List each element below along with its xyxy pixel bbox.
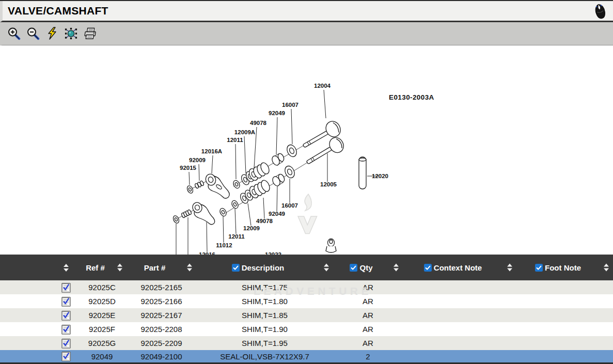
- part-label-49078[interactable]: 49078: [250, 120, 267, 126]
- cell-ref: 92025F: [77, 322, 127, 336]
- column-label: Part #: [144, 263, 166, 272]
- cell-part: 92025-2209: [127, 336, 196, 350]
- sort-arrows-icon[interactable]: [183, 264, 196, 272]
- cell-spacer: [0, 280, 54, 294]
- part-label-12016A[interactable]: 12016A: [201, 148, 222, 154]
- sort-arrows-icon[interactable]: [503, 264, 516, 272]
- zoom-out-button[interactable]: [26, 27, 40, 41]
- cell-spacer: [0, 308, 54, 322]
- column-label: Foot Note: [545, 263, 581, 272]
- part-note-button[interactable]: [61, 351, 71, 362]
- cell-qty: AR: [333, 322, 403, 336]
- column-header-qty[interactable]: Qty: [333, 255, 403, 280]
- cell-part: 92025-2167: [127, 308, 196, 322]
- cell-ref: 92025D: [77, 294, 127, 308]
- watermark-logo-icon: [298, 194, 317, 234]
- check-icon: [536, 264, 542, 271]
- mouse-button[interactable]: [592, 2, 608, 20]
- column-label: Qty: [359, 263, 372, 272]
- table-header: Ref # Part # Description: [0, 255, 613, 280]
- part-labels[interactable]: 1200416007920494907812009A1201112016A920…: [180, 83, 388, 255]
- image-select-icon: [64, 27, 78, 40]
- sort-asc-icon: [507, 264, 512, 267]
- part-label-16007[interactable]: 16007: [282, 102, 298, 108]
- table-row[interactable]: 92025G 92025-2209 SHIM,T=1.95 AR: [0, 336, 613, 350]
- column-header-foot-note[interactable]: Foot Note: [516, 255, 613, 280]
- part-note-button[interactable]: [61, 338, 71, 349]
- part-label-92009[interactable]: 92009: [189, 157, 206, 163]
- zoom-out-icon: [26, 27, 40, 40]
- cell-foot-note: [516, 336, 613, 350]
- cell-foot-note: [516, 280, 613, 294]
- sort-arrows-icon[interactable]: [600, 264, 613, 272]
- part-label-12005[interactable]: 12005: [320, 181, 337, 187]
- part-note-button[interactable]: [61, 310, 71, 321]
- sort-asc-icon: [117, 264, 122, 267]
- image-select-button[interactable]: [64, 27, 78, 41]
- column-header-description[interactable]: Description: [196, 255, 333, 280]
- sort-arrows-icon[interactable]: [389, 264, 403, 272]
- column-checkbox[interactable]: [535, 264, 543, 272]
- column-label: Description: [242, 263, 285, 272]
- print-button[interactable]: [83, 27, 97, 41]
- zoom-in-button[interactable]: [7, 27, 21, 41]
- part-label-12009A[interactable]: 12009A: [234, 129, 255, 135]
- part-note-button[interactable]: [61, 296, 71, 307]
- column-header-icon[interactable]: [54, 255, 77, 280]
- cell-part: 92025-2166: [127, 294, 196, 308]
- part-label-92015[interactable]: 92015: [180, 165, 197, 171]
- note-check-icon: [61, 324, 71, 335]
- table-row[interactable]: 92049 92049-2100 SEAL-OIL,VSB-7X12X9.7 2: [0, 350, 613, 362]
- part-label-92049[interactable]: 92049: [269, 110, 285, 116]
- table-row[interactable]: 92025F 92025-2208 SHIM,T=1.90 AR: [0, 322, 613, 336]
- cell-spacer: [0, 294, 54, 308]
- part-label-49078[interactable]: 49078: [256, 218, 273, 224]
- column-header-icon[interactable]: [0, 255, 54, 280]
- part-label-11012[interactable]: 11012: [216, 242, 232, 248]
- part-label-12020[interactable]: 12020: [372, 173, 388, 179]
- part-label-16007[interactable]: 16007: [281, 202, 298, 209]
- cell-qty: AR: [333, 308, 403, 322]
- zoom-in-icon: [7, 27, 21, 40]
- cell-description: SEAL-OIL,VSB-7X12X9.7: [196, 350, 333, 362]
- sort-desc-icon: [117, 268, 122, 272]
- sort-desc-icon: [187, 268, 192, 272]
- column-header-context-note[interactable]: Context Note: [403, 255, 516, 280]
- check-icon: [232, 264, 239, 271]
- column-header-ref[interactable]: Ref #: [77, 255, 127, 280]
- cell-ref: 92025G: [77, 336, 127, 350]
- cell-ref: 92025E: [77, 308, 127, 322]
- check-icon: [425, 264, 431, 271]
- cell-foot-note: [516, 308, 613, 322]
- note-check-icon: [61, 282, 71, 293]
- check-icon: [350, 264, 357, 271]
- sort-desc-icon: [507, 268, 512, 272]
- part-label-12011[interactable]: 12011: [228, 233, 245, 240]
- interactive-toggle-button[interactable]: [45, 27, 59, 41]
- cell-foot-note: [516, 350, 613, 362]
- cell-part: 92025-2165: [127, 280, 196, 294]
- sort-arrows-icon[interactable]: [59, 264, 73, 272]
- note-check-icon: [61, 338, 71, 349]
- part-note-button[interactable]: [61, 324, 71, 335]
- sort-desc-icon: [394, 268, 399, 272]
- lightning-icon: [46, 27, 58, 40]
- part-label-12011[interactable]: 12011: [227, 137, 243, 143]
- cell-ref: 92049: [77, 350, 127, 362]
- column-checkbox[interactable]: [350, 264, 357, 272]
- part-note-button[interactable]: [61, 282, 71, 293]
- cell-foot-note: [516, 322, 613, 336]
- sort-arrows-icon[interactable]: [113, 264, 127, 272]
- part-label-92049[interactable]: 92049: [269, 211, 285, 217]
- part-label-12009[interactable]: 12009: [243, 225, 260, 231]
- part-label-12004[interactable]: 12004: [314, 83, 331, 89]
- table-row[interactable]: 92025E 92025-2167 SHIM,T=1.85 AR: [0, 308, 613, 322]
- cell-description: SHIM,T=1.85: [196, 308, 333, 322]
- column-checkbox[interactable]: [232, 264, 240, 272]
- column-header-part[interactable]: Part #: [127, 255, 196, 280]
- cell-qty: 2: [333, 350, 403, 362]
- sort-arrows-icon[interactable]: [320, 264, 333, 272]
- page-title: VALVE/CAMSHAFT: [8, 5, 108, 17]
- sort-desc-icon: [604, 268, 609, 272]
- column-checkbox[interactable]: [424, 264, 432, 272]
